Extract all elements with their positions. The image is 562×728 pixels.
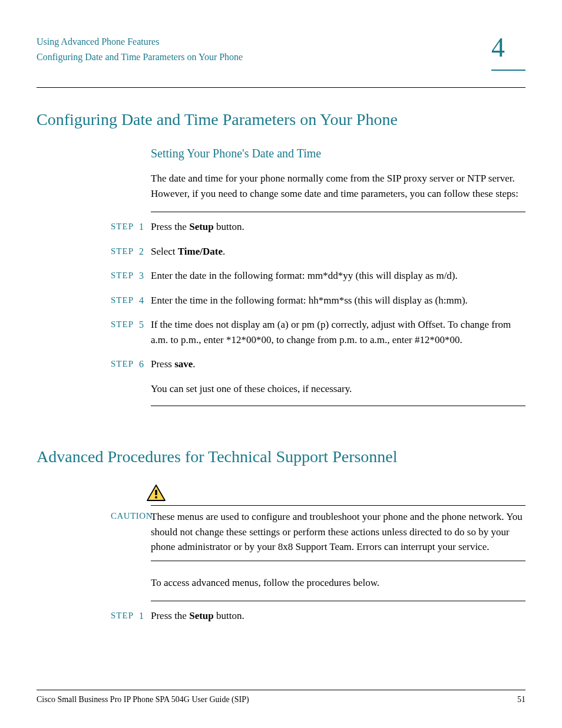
- section1-body: Setting Your Phone's Date and Time The d…: [151, 147, 525, 201]
- section2-intro: To access advanced menus, follow the pro…: [151, 575, 525, 591]
- step-number: 1: [139, 219, 151, 235]
- step-row: STEP6Press save.: [37, 357, 525, 372]
- step-number: 4: [139, 293, 151, 308]
- footer-page-number: 51: [517, 695, 525, 704]
- header-line-1: Using Advanced Phone Features: [37, 34, 243, 50]
- footer-row: Cisco Small Business Pro IP Phone SPA 50…: [37, 695, 525, 704]
- step-label: STEP: [111, 293, 139, 308]
- section1-note: You can set just one of these choices, i…: [151, 381, 525, 397]
- caution-label: CAUTION: [111, 509, 151, 555]
- caution-block: CAUTION These menus are used to configur…: [111, 484, 525, 561]
- caution-text: These menus are used to configure and tr…: [151, 509, 525, 555]
- step-number: 1: [139, 608, 151, 624]
- footer-left: Cisco Small Business Pro IP Phone SPA 50…: [37, 695, 249, 704]
- step-label: STEP: [111, 268, 139, 284]
- step-number: 6: [139, 357, 151, 372]
- steps-top-rule-2: [151, 601, 525, 601]
- section2-steps: STEP1Press the Setup button.: [37, 608, 525, 624]
- header-line-2: Configuring Date and Time Parameters on …: [37, 50, 243, 65]
- step-text: Press the Setup button.: [151, 219, 525, 235]
- step-number: 5: [139, 317, 151, 347]
- caution-bottom-rule: [151, 561, 525, 561]
- footer-rule: [37, 690, 525, 690]
- section1-note-row: You can set just one of these choices, i…: [37, 381, 525, 397]
- section-title-1: Configuring Date and Time Parameters on …: [37, 110, 525, 129]
- chapter-rule: [491, 70, 525, 71]
- step-label: STEP: [111, 317, 139, 347]
- step-text: Select Time/Date.: [151, 244, 525, 259]
- section2-body: To access advanced menus, follow the pro…: [151, 575, 525, 591]
- step-row: STEP1Press the Setup button.: [37, 608, 525, 624]
- header-rule: [37, 87, 525, 88]
- page-header: Using Advanced Phone Features Configurin…: [37, 34, 525, 71]
- step-text: If the time does not display am (a) or p…: [151, 317, 525, 347]
- header-breadcrumb: Using Advanced Phone Features Configurin…: [37, 34, 243, 64]
- step-label: STEP: [111, 357, 139, 372]
- caution-icon: [146, 484, 166, 502]
- page-footer: Cisco Small Business Pro IP Phone SPA 50…: [37, 690, 525, 704]
- document-page: Using Advanced Phone Features Configurin…: [0, 0, 562, 728]
- step-row: STEP4Enter the time in the following for…: [37, 293, 525, 308]
- step-row: STEP5If the time does not display am (a)…: [37, 317, 525, 347]
- step-row: STEP1Press the Setup button.: [37, 219, 525, 235]
- step-text: Enter the time in the following format: …: [151, 293, 525, 308]
- caution-icon-row: [111, 484, 525, 502]
- svg-rect-1: [155, 490, 157, 495]
- step-text: Press save.: [151, 357, 525, 372]
- step-label: STEP: [111, 608, 139, 624]
- section1-steps: STEP1Press the Setup button.STEP2Select …: [37, 219, 525, 372]
- step-row: STEP2Select Time/Date.: [37, 244, 525, 259]
- step-row: STEP3Enter the date in the following for…: [37, 268, 525, 284]
- caution-row: CAUTION These menus are used to configur…: [111, 509, 525, 555]
- step-label: STEP: [111, 244, 139, 259]
- chapter-number-block: 4: [491, 34, 525, 71]
- steps-top-rule-1: [151, 212, 525, 212]
- steps-bottom-rule-1: [151, 406, 525, 406]
- step-text: Enter the date in the following format: …: [151, 268, 525, 284]
- chapter-number: 4: [491, 34, 525, 65]
- subsection-title: Setting Your Phone's Date and Time: [151, 147, 525, 160]
- step-text: Press the Setup button.: [151, 608, 525, 624]
- svg-rect-2: [155, 496, 157, 498]
- step-number: 3: [139, 268, 151, 284]
- caution-top-rule: [151, 505, 525, 506]
- step-number: 2: [139, 244, 151, 259]
- section-title-2: Advanced Procedures for Technical Suppor…: [37, 447, 525, 466]
- section1-intro: The date and time for your phone normall…: [151, 171, 525, 201]
- step-label: STEP: [111, 219, 139, 235]
